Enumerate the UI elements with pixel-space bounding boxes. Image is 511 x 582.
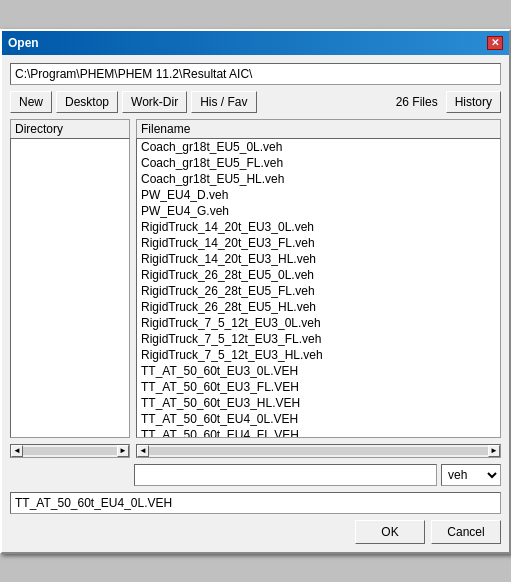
new-button[interactable]: New xyxy=(10,91,52,113)
open-dialog: Open ✕ New Desktop Work-Dir His / Fav 26… xyxy=(0,29,511,554)
filter-row: veh xyxy=(10,464,501,486)
close-button[interactable]: ✕ xyxy=(487,36,503,50)
scrollbar-row: ◄ ► ◄ ► xyxy=(10,444,501,458)
list-item[interactable]: RigidTruck_26_28t_EU5_FL.veh xyxy=(137,283,500,299)
scroll-left-btn[interactable]: ◄ xyxy=(11,445,23,457)
list-item[interactable]: TT_AT_50_60t_EU4_0L.VEH xyxy=(137,411,500,427)
file-panel: Filename Coach_gr18t_EU5_0L.vehCoach_gr1… xyxy=(136,119,501,438)
list-item[interactable]: RigidTruck_14_20t_EU3_HL.veh xyxy=(137,251,500,267)
hisfav-button[interactable]: His / Fav xyxy=(191,91,256,113)
list-item[interactable]: PW_EU4_D.veh xyxy=(137,187,500,203)
workdir-button[interactable]: Work-Dir xyxy=(122,91,187,113)
list-item[interactable]: RigidTruck_7_5_12t_EU3_HL.veh xyxy=(137,347,500,363)
list-item[interactable]: Coach_gr18t_EU5_FL.veh xyxy=(137,155,500,171)
right-scrollbar[interactable]: ◄ ► xyxy=(136,444,501,458)
filename-input[interactable] xyxy=(10,492,501,514)
scroll-track2 xyxy=(149,447,488,455)
file-header: Filename xyxy=(136,119,501,138)
dialog-title: Open xyxy=(8,36,39,50)
list-item[interactable]: TT_AT_50_60t_EU4_FL.VEH xyxy=(137,427,500,438)
directory-list[interactable] xyxy=(10,138,130,438)
list-item[interactable]: Coach_gr18t_EU5_HL.veh xyxy=(137,171,500,187)
path-bar xyxy=(10,63,501,85)
list-item[interactable]: RigidTruck_14_20t_EU3_FL.veh xyxy=(137,235,500,251)
filter-input[interactable] xyxy=(134,464,437,486)
dialog-body: New Desktop Work-Dir His / Fav 26 Files … xyxy=(2,55,509,552)
title-bar: Open ✕ xyxy=(2,31,509,55)
file-count-label: 26 Files xyxy=(396,95,438,109)
directory-panel: Directory xyxy=(10,119,130,438)
list-item[interactable]: RigidTruck_7_5_12t_EU3_FL.veh xyxy=(137,331,500,347)
file-list[interactable]: Coach_gr18t_EU5_0L.vehCoach_gr18t_EU5_FL… xyxy=(136,138,501,438)
filename-row xyxy=(10,492,501,514)
cancel-button[interactable]: Cancel xyxy=(431,520,501,544)
history-button[interactable]: History xyxy=(446,91,501,113)
path-input[interactable] xyxy=(10,63,501,85)
toolbar: New Desktop Work-Dir His / Fav 26 Files … xyxy=(10,91,501,113)
list-item[interactable]: RigidTruck_26_28t_EU5_0L.veh xyxy=(137,267,500,283)
list-item[interactable]: PW_EU4_G.veh xyxy=(137,203,500,219)
action-buttons: OK Cancel xyxy=(10,520,501,544)
list-item[interactable]: RigidTruck_7_5_12t_EU3_0L.veh xyxy=(137,315,500,331)
list-item[interactable]: RigidTruck_14_20t_EU3_0L.veh xyxy=(137,219,500,235)
list-item[interactable]: TT_AT_50_60t_EU3_FL.VEH xyxy=(137,379,500,395)
directory-header: Directory xyxy=(10,119,130,138)
left-scrollbar[interactable]: ◄ ► xyxy=(10,444,130,458)
scroll-right-btn[interactable]: ► xyxy=(117,445,129,457)
ok-button[interactable]: OK xyxy=(355,520,425,544)
main-panels: Directory Filename Coach_gr18t_EU5_0L.ve… xyxy=(10,119,501,438)
scroll-track xyxy=(23,447,117,455)
scroll-right-btn2[interactable]: ► xyxy=(488,445,500,457)
list-item[interactable]: TT_AT_50_60t_EU3_HL.VEH xyxy=(137,395,500,411)
desktop-button[interactable]: Desktop xyxy=(56,91,118,113)
list-item[interactable]: RigidTruck_26_28t_EU5_HL.veh xyxy=(137,299,500,315)
list-item[interactable]: TT_AT_50_60t_EU3_0L.VEH xyxy=(137,363,500,379)
filter-dropdown[interactable]: veh xyxy=(441,464,501,486)
scroll-left-btn2[interactable]: ◄ xyxy=(137,445,149,457)
list-item[interactable]: Coach_gr18t_EU5_0L.veh xyxy=(137,139,500,155)
